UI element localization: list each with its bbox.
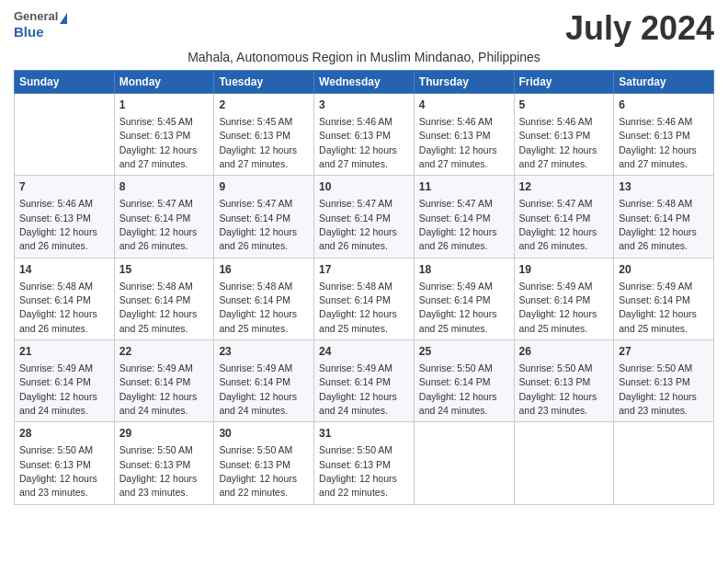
day-info: Sunrise: 5:48 AM Sunset: 6:14 PM Dayligh… bbox=[119, 281, 198, 334]
calendar-cell: 17Sunrise: 5:48 AM Sunset: 6:14 PM Dayli… bbox=[314, 258, 415, 339]
calendar-cell: 12Sunrise: 5:47 AM Sunset: 6:14 PM Dayli… bbox=[514, 176, 614, 258]
day-number: 12 bbox=[519, 179, 609, 195]
day-number: 10 bbox=[319, 179, 409, 195]
day-info: Sunrise: 5:47 AM Sunset: 6:14 PM Dayligh… bbox=[419, 198, 497, 251]
week-row-1: 1Sunrise: 5:45 AM Sunset: 6:13 PM Daylig… bbox=[15, 94, 714, 176]
calendar-cell: 19Sunrise: 5:49 AM Sunset: 6:14 PM Dayli… bbox=[514, 258, 614, 339]
calendar-cell: 31Sunrise: 5:50 AM Sunset: 6:13 PM Dayli… bbox=[314, 422, 415, 504]
day-number: 30 bbox=[219, 426, 309, 442]
day-info: Sunrise: 5:50 AM Sunset: 6:13 PM Dayligh… bbox=[619, 362, 697, 416]
calendar-cell: 22Sunrise: 5:49 AM Sunset: 6:14 PM Dayli… bbox=[114, 340, 214, 422]
calendar-cell: 4Sunrise: 5:46 AM Sunset: 6:13 PM Daylig… bbox=[414, 94, 514, 176]
day-info: Sunrise: 5:46 AM Sunset: 6:13 PM Dayligh… bbox=[619, 116, 697, 169]
day-info: Sunrise: 5:45 AM Sunset: 6:13 PM Dayligh… bbox=[219, 116, 297, 169]
day-info: Sunrise: 5:50 AM Sunset: 6:13 PM Dayligh… bbox=[19, 444, 97, 498]
day-info: Sunrise: 5:48 AM Sunset: 6:14 PM Dayligh… bbox=[319, 281, 397, 334]
day-number: 13 bbox=[619, 179, 709, 195]
day-number: 18 bbox=[419, 262, 509, 278]
day-number: 6 bbox=[619, 98, 709, 113]
day-header-thursday: Thursday bbox=[414, 71, 514, 94]
day-header-monday: Monday bbox=[114, 71, 214, 94]
day-info: Sunrise: 5:49 AM Sunset: 6:14 PM Dayligh… bbox=[419, 281, 497, 334]
day-number: 20 bbox=[619, 262, 709, 278]
calendar-cell: 27Sunrise: 5:50 AM Sunset: 6:13 PM Dayli… bbox=[614, 340, 714, 422]
day-number: 25 bbox=[419, 344, 509, 360]
day-info: Sunrise: 5:49 AM Sunset: 6:14 PM Dayligh… bbox=[319, 362, 397, 416]
calendar-cell: 25Sunrise: 5:50 AM Sunset: 6:14 PM Dayli… bbox=[414, 340, 514, 422]
day-number: 26 bbox=[519, 344, 609, 360]
calendar-cell: 8Sunrise: 5:47 AM Sunset: 6:14 PM Daylig… bbox=[114, 176, 214, 258]
day-number: 5 bbox=[519, 98, 609, 113]
day-info: Sunrise: 5:46 AM Sunset: 6:13 PM Dayligh… bbox=[519, 116, 597, 169]
day-info: Sunrise: 5:46 AM Sunset: 6:13 PM Dayligh… bbox=[19, 198, 97, 251]
week-row-2: 7Sunrise: 5:46 AM Sunset: 6:13 PM Daylig… bbox=[15, 176, 714, 258]
calendar-cell bbox=[15, 94, 115, 176]
day-number: 24 bbox=[319, 344, 409, 360]
day-number: 27 bbox=[619, 344, 709, 360]
day-info: Sunrise: 5:49 AM Sunset: 6:14 PM Dayligh… bbox=[119, 362, 198, 416]
calendar-cell: 1Sunrise: 5:45 AM Sunset: 6:13 PM Daylig… bbox=[114, 94, 214, 176]
calendar-cell: 6Sunrise: 5:46 AM Sunset: 6:13 PM Daylig… bbox=[614, 94, 714, 176]
week-row-5: 28Sunrise: 5:50 AM Sunset: 6:13 PM Dayli… bbox=[15, 422, 714, 504]
day-header-wednesday: Wednesday bbox=[314, 71, 415, 94]
day-info: Sunrise: 5:48 AM Sunset: 6:14 PM Dayligh… bbox=[219, 281, 297, 334]
day-number: 1 bbox=[119, 98, 210, 113]
page-title: July 2024 bbox=[565, 9, 714, 48]
day-info: Sunrise: 5:50 AM Sunset: 6:13 PM Dayligh… bbox=[319, 444, 397, 498]
calendar-cell: 26Sunrise: 5:50 AM Sunset: 6:13 PM Dayli… bbox=[514, 340, 614, 422]
calendar-cell: 21Sunrise: 5:49 AM Sunset: 6:14 PM Dayli… bbox=[15, 340, 115, 422]
day-info: Sunrise: 5:50 AM Sunset: 6:13 PM Dayligh… bbox=[519, 362, 597, 416]
day-number: 14 bbox=[19, 262, 109, 278]
day-info: Sunrise: 5:47 AM Sunset: 6:14 PM Dayligh… bbox=[219, 198, 297, 251]
day-info: Sunrise: 5:47 AM Sunset: 6:14 PM Dayligh… bbox=[119, 198, 198, 251]
day-number: 7 bbox=[19, 179, 109, 195]
day-header-friday: Friday bbox=[514, 71, 614, 94]
calendar-cell bbox=[514, 422, 614, 504]
day-number: 3 bbox=[319, 98, 409, 113]
day-info: Sunrise: 5:46 AM Sunset: 6:13 PM Dayligh… bbox=[319, 116, 397, 169]
week-row-4: 21Sunrise: 5:49 AM Sunset: 6:14 PM Dayli… bbox=[15, 340, 714, 422]
day-number: 16 bbox=[219, 262, 309, 278]
day-header-tuesday: Tuesday bbox=[214, 71, 314, 94]
day-number: 29 bbox=[119, 426, 210, 442]
calendar-cell: 28Sunrise: 5:50 AM Sunset: 6:13 PM Dayli… bbox=[15, 422, 115, 504]
day-number: 2 bbox=[219, 98, 309, 113]
day-info: Sunrise: 5:50 AM Sunset: 6:13 PM Dayligh… bbox=[219, 444, 297, 498]
calendar-table: SundayMondayTuesdayWednesdayThursdayFrid… bbox=[14, 70, 714, 505]
logo-blue: Blue bbox=[14, 24, 44, 40]
calendar-cell: 9Sunrise: 5:47 AM Sunset: 6:14 PM Daylig… bbox=[214, 176, 314, 258]
day-number: 28 bbox=[19, 426, 109, 442]
day-info: Sunrise: 5:50 AM Sunset: 6:13 PM Dayligh… bbox=[119, 444, 198, 498]
day-info: Sunrise: 5:47 AM Sunset: 6:14 PM Dayligh… bbox=[319, 198, 397, 251]
day-info: Sunrise: 5:49 AM Sunset: 6:14 PM Dayligh… bbox=[619, 281, 697, 334]
calendar-cell: 3Sunrise: 5:46 AM Sunset: 6:13 PM Daylig… bbox=[314, 94, 415, 176]
day-number: 8 bbox=[119, 179, 210, 195]
calendar-cell: 16Sunrise: 5:48 AM Sunset: 6:14 PM Dayli… bbox=[214, 258, 314, 339]
day-info: Sunrise: 5:48 AM Sunset: 6:14 PM Dayligh… bbox=[619, 198, 697, 251]
day-number: 21 bbox=[19, 344, 109, 360]
calendar-header-row: SundayMondayTuesdayWednesdayThursdayFrid… bbox=[15, 71, 714, 94]
day-number: 4 bbox=[419, 98, 509, 113]
logo: General Blue bbox=[14, 9, 67, 40]
day-info: Sunrise: 5:49 AM Sunset: 6:14 PM Dayligh… bbox=[519, 281, 597, 334]
calendar-cell: 23Sunrise: 5:49 AM Sunset: 6:14 PM Dayli… bbox=[214, 340, 314, 422]
day-info: Sunrise: 5:46 AM Sunset: 6:13 PM Dayligh… bbox=[419, 116, 497, 169]
calendar-cell: 10Sunrise: 5:47 AM Sunset: 6:14 PM Dayli… bbox=[314, 176, 415, 258]
calendar-cell: 14Sunrise: 5:48 AM Sunset: 6:14 PM Dayli… bbox=[15, 258, 115, 339]
calendar-cell: 13Sunrise: 5:48 AM Sunset: 6:14 PM Dayli… bbox=[614, 176, 714, 258]
calendar-cell: 11Sunrise: 5:47 AM Sunset: 6:14 PM Dayli… bbox=[414, 176, 514, 258]
day-info: Sunrise: 5:49 AM Sunset: 6:14 PM Dayligh… bbox=[19, 362, 97, 416]
calendar-cell bbox=[414, 422, 514, 504]
day-info: Sunrise: 5:47 AM Sunset: 6:14 PM Dayligh… bbox=[519, 198, 597, 251]
day-number: 17 bbox=[319, 262, 409, 278]
calendar-cell: 24Sunrise: 5:49 AM Sunset: 6:14 PM Dayli… bbox=[314, 340, 415, 422]
day-number: 9 bbox=[219, 179, 309, 195]
calendar-cell: 15Sunrise: 5:48 AM Sunset: 6:14 PM Dayli… bbox=[114, 258, 214, 339]
day-info: Sunrise: 5:48 AM Sunset: 6:14 PM Dayligh… bbox=[19, 281, 97, 334]
day-info: Sunrise: 5:49 AM Sunset: 6:14 PM Dayligh… bbox=[219, 362, 297, 416]
calendar-cell: 5Sunrise: 5:46 AM Sunset: 6:13 PM Daylig… bbox=[514, 94, 614, 176]
day-number: 19 bbox=[519, 262, 609, 278]
calendar-cell: 20Sunrise: 5:49 AM Sunset: 6:14 PM Dayli… bbox=[614, 258, 714, 339]
calendar-cell: 2Sunrise: 5:45 AM Sunset: 6:13 PM Daylig… bbox=[214, 94, 314, 176]
day-number: 11 bbox=[419, 179, 509, 195]
